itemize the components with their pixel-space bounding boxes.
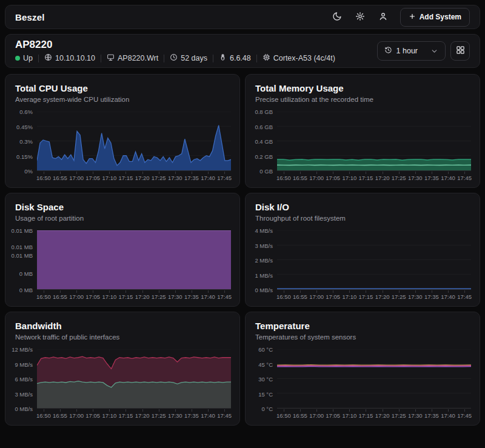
charts-grid: Total CPU Usage Average system-wide CPU … [5, 74, 480, 426]
clock-icon [170, 53, 178, 63]
user-menu-button[interactable] [377, 10, 389, 24]
divider [213, 55, 213, 62]
divider [38, 55, 39, 62]
y-axis-labels: 12 MB/s9 MB/s6 MB/s3 MB/s0 MB/s [10, 349, 37, 409]
y-axis-labels: 4 MB/s3 MB/s2 MB/s1 MB/s0 MB/s [250, 230, 277, 290]
cpu-chart: 0.6%0.45%0.3%0.15%0% 16:5016:5517:0017:0… [5, 112, 239, 182]
chart-title: Total CPU Usage [15, 83, 230, 93]
system-ip: 10.10.10.10 [44, 53, 95, 63]
user-icon [378, 12, 388, 23]
moon-icon [332, 12, 342, 23]
disk-space-plot [37, 230, 231, 290]
gear-icon [355, 12, 365, 23]
time-range-value: 1 hour [396, 47, 418, 55]
temperature-chart: 60 °C45 °C30 °C15 °C0 °C 16:5016:5517:00… [246, 349, 480, 420]
x-axis-labels: 16:5016:5517:0017:0517:1017:1517:2017:25… [37, 409, 231, 420]
disk-io-plot [277, 230, 471, 290]
chart-card-disk-io: Disk I/O Throughput of root filesystem 4… [245, 193, 480, 307]
add-system-button[interactable]: Add System [400, 8, 470, 27]
system-cpu-model: Cortex-A53 (4c/4t) [263, 53, 335, 63]
chart-title: Temperature [255, 321, 470, 331]
x-axis-labels: 16:5016:5517:0017:0517:1017:1517:2017:25… [277, 172, 471, 182]
layout-grid-icon [456, 45, 465, 56]
y-axis-labels: 0.6%0.45%0.3%0.15%0% [10, 112, 37, 171]
chart-title: Bandwidth [15, 321, 230, 331]
divider [164, 55, 164, 62]
chart-subtitle: Network traffic of public interfaces [15, 333, 230, 341]
dark-mode-toggle[interactable] [331, 10, 343, 24]
chart-card-cpu: Total CPU Usage Average system-wide CPU … [5, 74, 240, 188]
chart-subtitle: Usage of root partition [15, 215, 230, 222]
settings-button[interactable] [354, 10, 366, 24]
add-system-label: Add System [420, 13, 461, 21]
x-axis-labels: 16:5016:5517:0017:0517:1017:1517:2017:25… [37, 172, 231, 182]
monitor-icon [107, 53, 115, 63]
chart-card-bandwidth: Bandwidth Network traffic of public inte… [5, 312, 240, 426]
system-header-controls: 1 hour [377, 41, 470, 61]
layout-grid-button[interactable] [450, 41, 470, 61]
system-header-card: AP8220 Up 10.10.10.10 AP8220.Wrt 52 days [5, 34, 480, 68]
system-hostname-label: AP8220.Wrt [118, 54, 158, 62]
chart-card-disk-space: Disk Space Usage of root partition 0.01 … [5, 193, 240, 307]
time-range-select[interactable]: 1 hour [377, 41, 446, 61]
globe-icon [44, 53, 52, 63]
history-clock-icon [384, 46, 392, 56]
bandwidth-plot [37, 349, 231, 409]
chart-title: Disk I/O [255, 202, 470, 212]
y-axis-labels: 60 °C45 °C30 °C15 °C0 °C [250, 349, 277, 409]
system-cpu-model-label: Cortex-A53 (4c/4t) [273, 54, 335, 62]
x-axis-labels: 16:5016:5517:0017:0517:1017:1517:2017:25… [277, 290, 471, 301]
divider [101, 55, 101, 62]
topbar-actions: Add System [331, 8, 470, 27]
system-uptime-label: 52 days [181, 54, 207, 62]
chart-subtitle: Temperatures of system sensors [255, 333, 470, 341]
chevron-down-icon [430, 47, 438, 55]
system-info: AP8220 Up 10.10.10.10 AP8220.Wrt 52 days [15, 39, 335, 63]
memory-plot [277, 112, 471, 171]
status-dot [15, 56, 20, 61]
system-hostname: AP8220.Wrt [107, 53, 158, 63]
system-ip-label: 10.10.10.10 [55, 54, 95, 62]
plus-icon [409, 13, 416, 22]
divider [256, 55, 257, 62]
disk-space-chart: 0.01 MB0.01 MB0.01 MB0 MB0 MB 16:5016:55… [5, 230, 239, 301]
cpu-plot [37, 112, 231, 171]
status-label: Up [23, 54, 33, 62]
system-name: AP8220 [15, 39, 335, 51]
chart-title: Total Memory Usage [255, 83, 470, 93]
chart-subtitle: Precise utilization at the recorded time [255, 96, 470, 103]
chart-card-memory: Total Memory Usage Precise utilization a… [245, 74, 480, 188]
penguin-icon [219, 53, 227, 63]
x-axis-labels: 16:5016:5517:0017:0517:1017:1517:2017:25… [37, 290, 231, 301]
bandwidth-chart: 12 MB/s9 MB/s6 MB/s3 MB/s0 MB/s 16:5016:… [5, 349, 239, 420]
chart-title: Disk Space [15, 202, 230, 212]
y-axis-labels: 0.01 MB0.01 MB0.01 MB0 MB0 MB [10, 230, 37, 290]
chart-subtitle: Average system-wide CPU utilization [15, 96, 230, 103]
x-axis-labels: 16:5016:5517:0017:0517:1017:1517:2017:25… [277, 409, 471, 420]
top-nav-bar: Beszel Add System [5, 5, 480, 29]
system-uptime: 52 days [170, 53, 207, 63]
memory-chart: 0.8 GB0.6 GB0.4 GB0.2 GB0 GB 16:5016:551… [246, 112, 480, 182]
status-badge: Up [15, 54, 33, 62]
brand-logo: Beszel [15, 12, 45, 22]
disk-io-chart: 4 MB/s3 MB/s2 MB/s1 MB/s0 MB/s 16:5016:5… [246, 230, 480, 301]
y-axis-labels: 0.8 GB0.6 GB0.4 GB0.2 GB0 GB [250, 112, 277, 171]
temperature-plot [277, 349, 471, 409]
system-meta-row: Up 10.10.10.10 AP8220.Wrt 52 days 6.6.48 [15, 53, 335, 63]
system-kernel-label: 6.6.48 [230, 54, 251, 62]
chart-subtitle: Throughput of root filesystem [255, 215, 470, 222]
chart-card-temperature: Temperature Temperatures of system senso… [245, 312, 480, 426]
cpu-chip-icon [263, 53, 270, 63]
system-kernel: 6.6.48 [219, 53, 251, 63]
